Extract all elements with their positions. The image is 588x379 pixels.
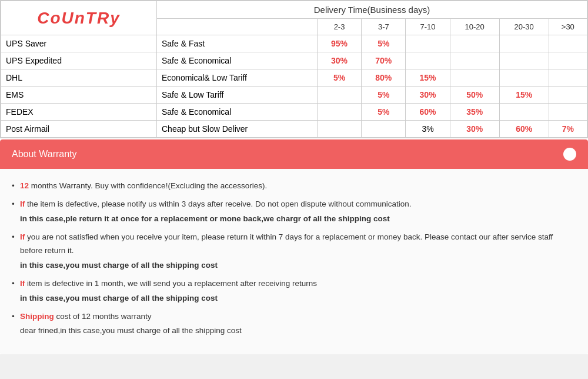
- warranty-header: About Warranty: [0, 139, 588, 169]
- shipping-value-cell: 30%: [406, 87, 450, 104]
- delivery-time-header: Delivery Time(Business days): [156, 1, 587, 19]
- country-header: CoUnTRy: [1, 1, 157, 35]
- col-10-20: 10-20: [450, 19, 499, 35]
- shipping-method-desc: Cheap but Slow Deliver: [156, 121, 317, 138]
- col-7-10: 7-10: [406, 19, 450, 35]
- shipping-value-cell: [549, 104, 587, 121]
- main-container: CoUnTRy Delivery Time(Business days) 2-3…: [0, 0, 588, 354]
- shipping-value-cell: 5%: [362, 104, 406, 121]
- shipping-value-cell: 7%: [549, 121, 587, 138]
- table-row: Post AirmailCheap but Slow Deliver3%30%6…: [1, 121, 587, 138]
- shipping-method-name: DHL: [1, 69, 157, 87]
- shipping-value-cell: [549, 52, 587, 69]
- shipping-method-desc: Economical& Low Tariff: [156, 69, 317, 87]
- shipping-value-cell: 50%: [450, 87, 499, 104]
- warranty-list-item: If you are not satisfied when you receiv…: [12, 231, 576, 272]
- col-gt-30: >30: [549, 19, 587, 35]
- shipping-value-cell: 5%: [362, 35, 406, 52]
- shipping-value-cell: [406, 35, 450, 52]
- shipping-method-name: UPS Expedited: [1, 52, 157, 69]
- shipping-method-desc: Safe & Low Tariff: [156, 87, 317, 104]
- warranty-indent: in this case,you must charge of all the …: [20, 259, 576, 272]
- shipping-value-cell: [450, 35, 499, 52]
- shipping-value-cell: 80%: [362, 69, 406, 87]
- shipping-method-name: Post Airmail: [1, 121, 157, 138]
- shipping-value-cell: [549, 87, 587, 104]
- shipping-value-cell: [499, 35, 549, 52]
- warranty-list-item: If the item is defective, please notify …: [12, 198, 576, 226]
- shipping-value-cell: [362, 121, 406, 138]
- shipping-method-desc: Safe & Economical: [156, 104, 317, 121]
- table-row: EMSSafe & Low Tariff5%30%50%15%: [1, 87, 587, 104]
- warranty-prefix: If: [20, 200, 25, 208]
- col-2-3: 2-3: [317, 19, 361, 35]
- warranty-prefix: If: [20, 232, 25, 241]
- shipping-method-name: FEDEX: [1, 104, 157, 121]
- warranty-indent: in this case,you must charge of all the …: [20, 292, 576, 305]
- warranty-list-item: 12 months Warranty. Buy with confidence!…: [12, 179, 576, 193]
- warranty-section: About Warranty 12 months Warranty. Buy w…: [0, 139, 588, 354]
- shipping-value-cell: [317, 87, 361, 104]
- warranty-indent: dear frined,in this case,you must charge…: [20, 324, 576, 338]
- shipping-value-cell: [499, 69, 549, 87]
- table-row: UPS SaverSafe & Fast95%5%: [1, 35, 587, 52]
- warranty-indent: in this case,ple return it at once for a…: [20, 212, 576, 226]
- warranty-list-item: Shipping cost of 12 months warrantydear …: [12, 310, 576, 338]
- warranty-content: 12 months Warranty. Buy with confidence!…: [0, 169, 588, 354]
- warranty-prefix: If: [20, 279, 25, 288]
- col-20-30: 20-30: [499, 19, 549, 35]
- shipping-method-name: UPS Saver: [1, 35, 157, 52]
- shipping-value-cell: 35%: [450, 104, 499, 121]
- shipping-value-cell: 60%: [406, 104, 450, 121]
- shipping-value-cell: [406, 52, 450, 69]
- warranty-list-item: If item is defective in 1 month, we will…: [12, 277, 576, 305]
- delivery-table-wrapper: CoUnTRy Delivery Time(Business days) 2-3…: [0, 0, 588, 138]
- shipping-value-cell: [317, 104, 361, 121]
- shipping-value-cell: [499, 52, 549, 69]
- shipping-value-cell: 70%: [362, 52, 406, 69]
- shipping-method-desc: Safe & Economical: [156, 52, 317, 69]
- warranty-list: 12 months Warranty. Buy with confidence!…: [12, 179, 576, 338]
- shipping-value-cell: 5%: [362, 87, 406, 104]
- delivery-table: CoUnTRy Delivery Time(Business days) 2-3…: [1, 1, 587, 138]
- shipping-value-cell: 5%: [317, 69, 361, 87]
- shipping-value-cell: 60%: [499, 121, 549, 138]
- shipping-value-cell: 3%: [406, 121, 450, 138]
- warranty-prefix: 12: [20, 181, 29, 190]
- shipping-value-cell: 30%: [317, 52, 361, 69]
- shipping-value-cell: 30%: [450, 121, 499, 138]
- shipping-value-cell: [317, 121, 361, 138]
- shipping-value-cell: [499, 104, 549, 121]
- table-row: FEDEXSafe & Economical5%60%35%: [1, 104, 587, 121]
- shipping-value-cell: [450, 52, 499, 69]
- shipping-value-cell: [549, 35, 587, 52]
- shipping-value-cell: 95%: [317, 35, 361, 52]
- shipping-value-cell: 15%: [406, 69, 450, 87]
- table-row: DHLEconomical& Low Tariff5%80%15%: [1, 69, 587, 87]
- warranty-prefix: Shipping: [20, 312, 54, 321]
- shipping-value-cell: [450, 69, 499, 87]
- table-row: UPS ExpeditedSafe & Economical30%70%: [1, 52, 587, 69]
- shipping-method-name: EMS: [1, 87, 157, 104]
- shipping-method-desc: Safe & Fast: [156, 35, 317, 52]
- warranty-title: About Warranty: [12, 149, 77, 159]
- shipping-value-cell: 15%: [499, 87, 549, 104]
- col-desc-header: [156, 19, 317, 35]
- warranty-circle-icon: [563, 148, 576, 161]
- shipping-value-cell: [549, 69, 587, 87]
- col-3-7: 3-7: [362, 19, 406, 35]
